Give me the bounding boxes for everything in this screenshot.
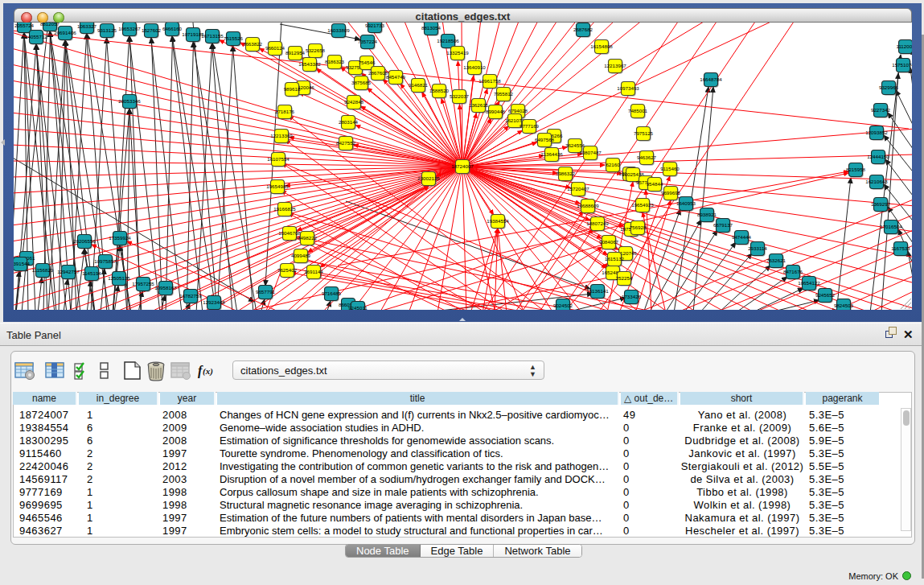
svg-text:9245652: 9245652 — [815, 292, 836, 298]
svg-text:9146821: 9146821 — [409, 82, 429, 88]
svg-text:62160: 62160 — [606, 162, 620, 167]
svg-text:10975857: 10975857 — [94, 258, 117, 264]
svg-text:19218506: 19218506 — [437, 38, 459, 43]
svg-text:6497568: 6497568 — [535, 137, 555, 142]
svg-text:13640910: 13640910 — [463, 64, 486, 70]
svg-text:9699695: 9699695 — [661, 190, 681, 196]
svg-text:10654122: 10654122 — [798, 280, 820, 286]
svg-text:16782759: 16782759 — [179, 293, 202, 299]
svg-text:756928: 756928 — [630, 225, 647, 230]
svg-text:6466160: 6466160 — [162, 26, 183, 31]
svg-text:9921733: 9921733 — [365, 23, 385, 28]
svg-text:14055712: 14055712 — [25, 34, 47, 39]
svg-text:1063327: 1063327 — [77, 23, 97, 29]
svg-text:15720407: 15720407 — [567, 186, 589, 192]
svg-text:11156829: 11156829 — [32, 267, 54, 273]
svg-text:2687682: 2687682 — [573, 27, 593, 32]
svg-text:17016504: 17016504 — [880, 224, 902, 229]
svg-text:7663822: 7663822 — [243, 41, 263, 47]
svg-text:16107554: 16107554 — [267, 156, 290, 162]
svg-text:23002135: 23002135 — [417, 175, 440, 181]
svg-text:10958167: 10958167 — [154, 285, 177, 290]
svg-text:(x): (x) — [203, 366, 213, 377]
svg-text:8912954: 8912954 — [285, 50, 306, 56]
svg-text:10653267: 10653267 — [118, 26, 141, 31]
svg-text:1588520: 1588520 — [429, 88, 450, 93]
svg-text:2803144: 2803144 — [339, 119, 359, 125]
svg-text:1640953: 1640953 — [676, 200, 696, 206]
svg-text:15751074: 15751074 — [892, 62, 912, 68]
svg-text:13325419: 13325419 — [446, 50, 469, 56]
svg-text:7625402: 7625402 — [277, 267, 298, 273]
svg-text:1369297: 1369297 — [871, 201, 891, 207]
svg-text:8186323: 8186323 — [325, 59, 345, 64]
svg-text:4099489: 4099489 — [291, 253, 311, 258]
svg-text:7955812: 7955812 — [494, 91, 514, 97]
svg-text:9474444: 9474444 — [732, 234, 752, 240]
svg-text:16713155: 16713155 — [201, 33, 224, 39]
svg-text:16648784: 16648784 — [700, 76, 722, 82]
svg-text:21364436: 21364436 — [540, 151, 563, 157]
svg-text:12923448: 12923448 — [203, 299, 225, 305]
svg-text:9329966: 9329966 — [879, 84, 899, 90]
svg-text:3875685: 3875685 — [351, 80, 372, 85]
svg-text:15136141: 15136141 — [586, 288, 609, 294]
svg-text:19654923: 19654923 — [631, 202, 654, 208]
svg-text:2867608: 2867608 — [368, 70, 388, 76]
svg-text:1615132: 1615132 — [605, 256, 625, 262]
svg-text:19166825: 19166825 — [273, 206, 296, 212]
svg-text:2718176: 2718176 — [275, 109, 295, 114]
svg-text:12942757: 12942757 — [57, 269, 80, 274]
svg-text:1112005: 1112005 — [896, 43, 912, 49]
svg-text:8427552: 8427552 — [336, 140, 356, 146]
svg-text:7485001: 7485001 — [628, 108, 648, 113]
svg-text:19384554: 19384554 — [487, 218, 509, 224]
svg-text:8812057: 8812057 — [40, 23, 60, 27]
svg-text:16210643: 16210643 — [865, 179, 888, 184]
svg-text:1145194: 1145194 — [82, 270, 101, 276]
svg-text:8454749: 8454749 — [386, 74, 406, 80]
svg-text:1691144: 1691144 — [304, 269, 323, 274]
svg-text:8990448: 8990448 — [486, 109, 506, 114]
svg-text:10807487: 10807487 — [579, 150, 602, 155]
svg-text:9824503: 9824503 — [834, 303, 854, 308]
svg-text:12505135: 12505135 — [108, 275, 130, 281]
svg-text:16543382: 16543382 — [298, 61, 321, 67]
svg-text:6679137: 6679137 — [713, 222, 733, 228]
svg-text:10688609: 10688609 — [577, 203, 599, 208]
svg-text:5322037: 5322037 — [450, 93, 470, 99]
svg-text:20206556: 20206556 — [73, 238, 96, 244]
svg-text:16033809: 16033809 — [327, 27, 350, 33]
svg-text:954844: 954844 — [647, 181, 663, 187]
svg-text:9227342: 9227342 — [871, 107, 891, 113]
svg-text:20691406: 20691406 — [54, 30, 76, 35]
svg-text:12444150: 12444150 — [867, 154, 889, 159]
svg-text:1621072: 1621072 — [505, 117, 525, 123]
svg-text:8471676: 8471676 — [783, 269, 803, 274]
svg-text:9024502: 9024502 — [553, 303, 573, 308]
svg-text:12093852: 12093852 — [865, 130, 888, 135]
svg-text:2055724: 2055724 — [14, 23, 35, 28]
svg-text:18724007: 18724007 — [451, 163, 474, 169]
svg-text:754546: 754546 — [359, 60, 376, 65]
svg-text:8813054: 8813054 — [421, 25, 441, 31]
svg-text:7357224: 7357224 — [358, 39, 378, 44]
svg-text:7975125: 7975125 — [634, 130, 654, 136]
svg-text:989618: 989618 — [284, 86, 301, 92]
svg-text:9313125: 9313125 — [97, 27, 117, 33]
svg-text:18807249: 18807249 — [586, 220, 609, 226]
svg-text:252254: 252254 — [616, 275, 633, 281]
svg-text:4498222: 4498222 — [298, 235, 318, 241]
svg-text:9660124: 9660124 — [265, 45, 285, 51]
svg-text:7986322: 7986322 — [556, 171, 576, 176]
svg-text:17957255: 17957255 — [132, 281, 154, 286]
svg-text:9245011: 9245011 — [348, 305, 368, 310]
svg-text:19654985: 19654985 — [266, 183, 289, 189]
svg-text:10961758: 10961758 — [478, 78, 501, 84]
svg-text:6794028: 6794028 — [508, 108, 528, 113]
svg-text:9657791: 9657791 — [256, 289, 276, 295]
svg-text:1733426: 1733426 — [622, 294, 642, 299]
svg-text:9777169: 9777169 — [519, 123, 540, 129]
svg-text:17359924: 17359924 — [109, 235, 131, 241]
svg-text:9716485: 9716485 — [322, 290, 342, 296]
